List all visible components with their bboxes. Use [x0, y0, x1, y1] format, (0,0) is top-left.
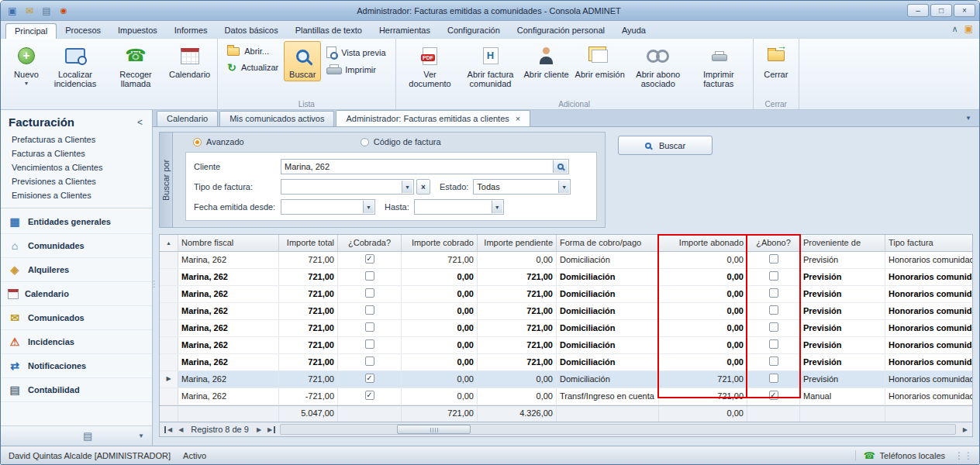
- tab-herramientas[interactable]: Herramientas: [371, 23, 439, 39]
- cell-nombre[interactable]: Marina, 262: [178, 388, 279, 405]
- buscar-button[interactable]: Buscar: [284, 41, 321, 81]
- cell-indicator[interactable]: [160, 388, 178, 405]
- cell-proveniente[interactable]: Previsión: [800, 320, 885, 336]
- actualizar-button[interactable]: ↻ Actualizar: [225, 61, 281, 74]
- cell-tipo[interactable]: Honorarios comunidad: [885, 303, 973, 319]
- sidebar-link[interactable]: Prefacturas a Clientes: [1, 133, 152, 146]
- cell-indicator[interactable]: [160, 320, 178, 336]
- column-header-tipo[interactable]: Tipo factura: [885, 235, 973, 252]
- next-record-button[interactable]: ▶: [254, 426, 264, 433]
- cell-nombre[interactable]: Marina, 262: [178, 303, 279, 319]
- cell-pendiente[interactable]: 0,00: [478, 388, 557, 405]
- cell-abonado[interactable]: 0,00: [659, 269, 747, 285]
- cell-forma[interactable]: Domiciliación: [557, 354, 659, 370]
- mail-icon[interactable]: ✉: [22, 5, 36, 17]
- cell-nombre[interactable]: Marina, 262: [178, 371, 279, 388]
- checkbox-cobrada-checked[interactable]: ✓: [365, 374, 374, 383]
- cell-proveniente[interactable]: Previsión: [800, 303, 885, 319]
- chevron-down-icon[interactable]: ▼: [363, 201, 374, 213]
- radio-avanzado[interactable]: [193, 138, 202, 146]
- ver-documento-button[interactable]: Ver documento: [400, 41, 461, 91]
- cell-cobrada[interactable]: [338, 354, 402, 370]
- cell-abonado[interactable]: 0,00: [659, 303, 747, 319]
- tab-ayuda[interactable]: Ayuda: [613, 23, 654, 39]
- scroll-right-button[interactable]: ▶: [961, 426, 970, 433]
- collapse-sidebar-icon[interactable]: <: [134, 117, 146, 128]
- cell-nombre[interactable]: Marina, 262: [178, 269, 279, 285]
- cell-total[interactable]: -721,00: [279, 388, 338, 405]
- restore-button[interactable]: □: [930, 4, 952, 17]
- table-row[interactable]: Marina, 262721,000,00721,00Domiciliación…: [160, 354, 973, 371]
- recoger-llamada-button[interactable]: ☎ Recoger llamada: [105, 41, 166, 91]
- checkbox-abono-unchecked[interactable]: [769, 339, 778, 349]
- sidebar-link[interactable]: Facturas a Clientes: [1, 146, 152, 160]
- checkbox-cobrada-unchecked[interactable]: [365, 322, 374, 332]
- cell-forma[interactable]: Domiciliación: [557, 303, 659, 319]
- cell-indicator[interactable]: [160, 354, 178, 370]
- checkbox-abono-unchecked[interactable]: [769, 288, 778, 298]
- table-row[interactable]: Marina, 262721,000,00721,00Domiciliación…: [160, 303, 973, 320]
- close-button[interactable]: ×: [954, 4, 975, 17]
- cell-abonado[interactable]: 721,00: [659, 371, 747, 388]
- last-record-button[interactable]: ▶: [264, 426, 275, 433]
- doc-tab-mis-comunicados[interactable]: Mis comunicados activos: [219, 111, 334, 126]
- cell-cobrada[interactable]: [338, 286, 402, 302]
- abrir-emision-button[interactable]: Abrir emisión: [572, 41, 628, 81]
- cell-abonado[interactable]: -721,00: [659, 388, 747, 405]
- abrir-button[interactable]: Abrir...: [225, 46, 281, 57]
- cell-total[interactable]: 721,00: [279, 320, 338, 336]
- column-header-indicator[interactable]: ▲: [160, 235, 178, 252]
- cell-cobrado[interactable]: 0,00: [402, 269, 478, 285]
- table-row[interactable]: Marina, 262721,00✓721,000,00Domiciliació…: [160, 252, 973, 269]
- selected-row-indicator[interactable]: ▶: [160, 371, 178, 388]
- cell-indicator[interactable]: [160, 303, 178, 319]
- fecha-desde-combo[interactable]: ▼: [281, 199, 375, 215]
- cell-tipo[interactable]: Honorarios comunidad: [885, 252, 973, 268]
- checkbox-abono-checked[interactable]: ✓: [769, 391, 778, 400]
- clear-tipo-button[interactable]: ×: [416, 179, 430, 195]
- cell-proveniente[interactable]: Previsión: [800, 354, 885, 370]
- cell-abonado[interactable]: 0,00: [659, 354, 747, 370]
- checkbox-cobrada-checked[interactable]: ✓: [365, 254, 374, 264]
- column-header-proveniente[interactable]: Proveniente de: [800, 235, 885, 252]
- first-record-button[interactable]: ◀: [164, 426, 175, 433]
- cell-total[interactable]: 721,00: [279, 269, 338, 285]
- sidebar-link[interactable]: Vencimientos a Clientes: [1, 160, 152, 174]
- checkbox-abono-unchecked[interactable]: [769, 271, 778, 281]
- column-header-abono[interactable]: ¿Abono?: [747, 235, 800, 252]
- cell-abono[interactable]: [747, 286, 800, 302]
- cell-nombre[interactable]: Marina, 262: [178, 337, 279, 353]
- table-row[interactable]: Marina, 262721,000,00721,00Domiciliación…: [160, 286, 973, 303]
- column-header-abonado[interactable]: Importe abonado: [659, 235, 747, 252]
- doc-tab-facturas-emitidas[interactable]: Administrador: Facturas emitidas a clien…: [336, 110, 530, 126]
- cell-tipo[interactable]: Honorarios comunidad: [885, 337, 973, 353]
- cell-cobrada[interactable]: [338, 269, 402, 285]
- sidebar-link[interactable]: Previsiones a Clientes: [1, 174, 152, 188]
- cell-cobrado[interactable]: 0,00: [402, 337, 478, 353]
- app-icon[interactable]: ▣: [5, 5, 19, 17]
- cell-forma[interactable]: Domiciliación: [557, 252, 659, 268]
- cell-cobrada[interactable]: ✓: [338, 252, 402, 268]
- cell-cobrada[interactable]: [338, 303, 402, 319]
- tab-procesos[interactable]: Procesos: [57, 23, 109, 39]
- checkbox-cobrada-unchecked[interactable]: [365, 288, 374, 298]
- table-row[interactable]: ▶Marina, 262721,00✓0,000,00Domiciliación…: [160, 371, 973, 388]
- chevron-down-icon[interactable]: ▼: [558, 181, 569, 193]
- cell-proveniente[interactable]: Previsión: [800, 269, 885, 285]
- cell-pendiente[interactable]: 721,00: [478, 286, 557, 302]
- cell-proveniente[interactable]: Previsión: [800, 286, 885, 302]
- cell-pendiente[interactable]: 721,00: [478, 320, 557, 336]
- checkbox-cobrada-unchecked[interactable]: [365, 305, 374, 315]
- tipo-factura-combo[interactable]: ▼: [281, 179, 414, 195]
- sidebar-item-calendario[interactable]: Calendario: [1, 282, 152, 306]
- sidebar-link[interactable]: Emisiones a Clientes: [1, 188, 152, 202]
- ring-icon[interactable]: ◉: [57, 5, 71, 17]
- cell-proveniente[interactable]: Previsión: [800, 337, 885, 353]
- radio-codigo-factura[interactable]: [361, 138, 369, 146]
- document-icon[interactable]: ▤: [83, 430, 92, 442]
- cell-proveniente[interactable]: Manual: [800, 388, 885, 405]
- cell-forma[interactable]: Domiciliación: [557, 337, 659, 353]
- sidebar-item-incidencias[interactable]: ⚠Incidencias: [1, 330, 152, 354]
- cell-total[interactable]: 721,00: [279, 286, 338, 302]
- sidebar-item-contabilidad[interactable]: ▤Contabilidad: [1, 378, 152, 402]
